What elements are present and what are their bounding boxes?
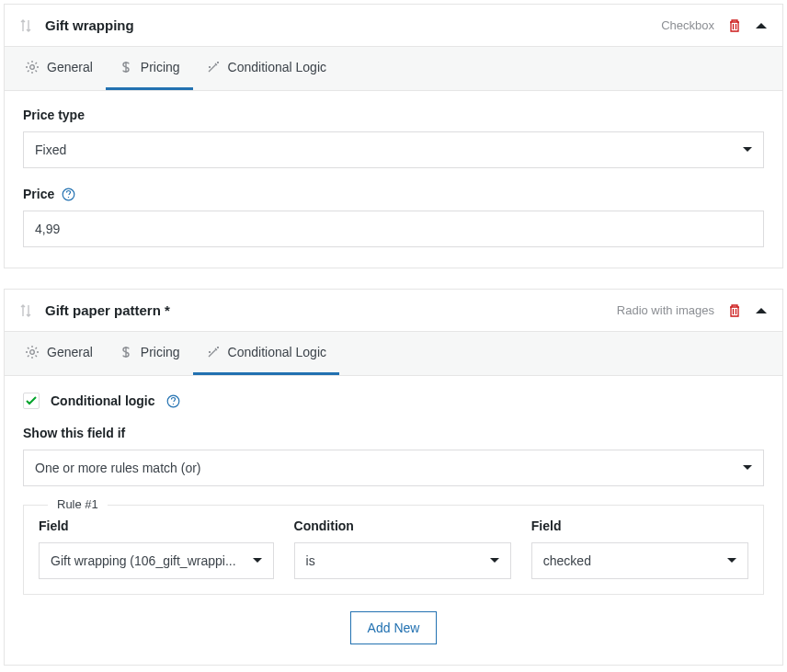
select-value: checked xyxy=(531,542,748,579)
tab-pricing[interactable]: Pricing xyxy=(106,47,193,90)
svg-point-2 xyxy=(30,350,35,355)
panel-title: Gift wrapping xyxy=(45,17,661,33)
dollar-icon xyxy=(119,345,133,359)
panel-header: Gift wrapping Checkbox xyxy=(5,5,782,46)
svg-point-0 xyxy=(30,65,35,70)
tab-label: Pricing xyxy=(141,60,180,74)
field-type-label: Radio with images xyxy=(617,303,714,317)
tabs: General Pricing Conditional Logic xyxy=(5,331,782,376)
rule-legend: Rule #1 xyxy=(48,497,108,511)
panel-gift-paper-pattern: Gift paper pattern * Radio with images G… xyxy=(4,289,783,666)
drag-handle-icon[interactable] xyxy=(19,303,32,318)
tab-label: Conditional Logic xyxy=(228,345,326,359)
tab-label: Conditional Logic xyxy=(228,60,326,74)
add-new-row: Add New xyxy=(23,611,764,644)
check-icon xyxy=(26,396,37,405)
price-label: Price xyxy=(23,187,764,201)
show-if-select[interactable]: One or more rules match (or) xyxy=(23,450,764,486)
panel-title: Gift paper pattern * xyxy=(45,302,617,318)
tab-pricing[interactable]: Pricing xyxy=(106,332,193,375)
rule-row: Field Gift wrapping (106_gift_wrappi... … xyxy=(39,518,748,579)
rule-field1-label: Field xyxy=(39,518,274,533)
rule-cond-select[interactable]: is xyxy=(294,542,511,579)
select-value: Gift wrapping (106_gift_wrappi... xyxy=(39,542,274,579)
conditional-logic-checkbox-row: Conditional logic xyxy=(23,393,764,409)
delete-icon[interactable] xyxy=(727,18,742,33)
form-group-price: Price xyxy=(23,187,764,247)
tab-label: General xyxy=(47,345,93,359)
panel-body: Conditional logic Show this field if One… xyxy=(5,376,782,665)
select-value: Fixed xyxy=(23,131,764,168)
drag-handle-icon[interactable] xyxy=(19,18,32,33)
gear-icon xyxy=(25,60,40,74)
rule-value-col: Field checked xyxy=(531,518,748,579)
form-group-price-type: Price type Fixed xyxy=(23,108,764,168)
conditional-logic-label: Conditional logic xyxy=(51,393,155,408)
help-icon[interactable] xyxy=(166,394,180,408)
tab-general[interactable]: General xyxy=(12,332,106,375)
conditional-logic-checkbox[interactable] xyxy=(23,393,40,409)
select-value: is xyxy=(294,542,511,579)
panel-header: Gift paper pattern * Radio with images xyxy=(5,290,782,331)
tab-general[interactable]: General xyxy=(12,47,106,90)
dollar-icon xyxy=(119,60,133,74)
rule-condition-col: Condition is xyxy=(294,518,511,579)
delete-icon[interactable] xyxy=(727,303,742,318)
rule-cond-label: Condition xyxy=(294,518,511,533)
select-value: One or more rules match (or) xyxy=(23,450,764,486)
help-icon[interactable] xyxy=(62,188,75,201)
panel-body: Price type Fixed Price xyxy=(5,91,782,268)
wand-icon xyxy=(206,345,221,359)
collapse-icon[interactable] xyxy=(755,306,768,315)
gear-icon xyxy=(25,345,40,359)
tab-label: General xyxy=(47,60,93,74)
wand-icon xyxy=(206,60,221,74)
panel-gift-wrapping: Gift wrapping Checkbox General Pricing C… xyxy=(4,4,783,268)
rule-fieldset: Rule #1 Field Gift wrapping (106_gift_wr… xyxy=(23,505,764,595)
show-if-label: Show this field if xyxy=(23,426,764,440)
rule-field-col: Field Gift wrapping (106_gift_wrappi... xyxy=(39,518,274,579)
rule-field2-select[interactable]: checked xyxy=(531,542,748,579)
tab-conditional-logic[interactable]: Conditional Logic xyxy=(193,47,339,90)
price-type-select[interactable]: Fixed xyxy=(23,131,764,168)
form-group-show-if: Show this field if One or more rules mat… xyxy=(23,426,764,486)
add-new-button[interactable]: Add New xyxy=(350,611,438,644)
tab-label: Pricing xyxy=(141,345,180,359)
price-label-text: Price xyxy=(23,187,54,201)
price-type-label: Price type xyxy=(23,108,764,122)
price-input[interactable] xyxy=(23,211,764,247)
tab-conditional-logic[interactable]: Conditional Logic xyxy=(193,332,339,375)
rule-field1-select[interactable]: Gift wrapping (106_gift_wrappi... xyxy=(39,542,274,579)
tabs: General Pricing Conditional Logic xyxy=(5,46,782,91)
collapse-icon[interactable] xyxy=(755,21,768,30)
rule-field2-label: Field xyxy=(531,518,748,533)
field-type-label: Checkbox xyxy=(661,18,714,32)
